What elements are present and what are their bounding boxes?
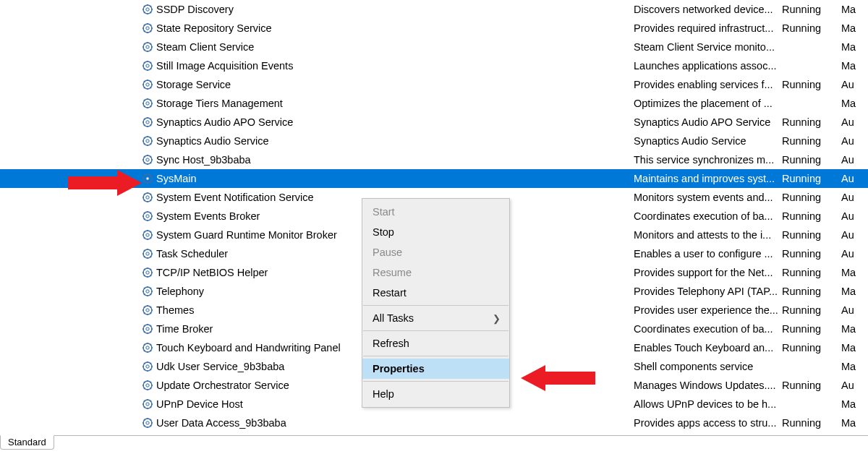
- service-description: Monitors and attests to the i...: [634, 229, 782, 241]
- service-description: Coordinates execution of ba...: [634, 210, 782, 222]
- ctx-pause[interactable]: Pause: [362, 242, 509, 262]
- tab-strip: Standard: [0, 435, 868, 453]
- service-startup-type: Au: [841, 210, 868, 222]
- service-description: Provides apps access to stru...: [634, 417, 782, 429]
- service-startup-type: Ma: [841, 41, 868, 53]
- tab-standard[interactable]: Standard: [0, 435, 54, 450]
- gear-icon: [142, 342, 153, 354]
- service-startup-type: Au: [841, 304, 868, 316]
- service-row[interactable]: Still Image Acquisition EventsLaunches a…: [0, 56, 868, 75]
- gear-icon: [142, 304, 153, 316]
- ctx-refresh[interactable]: Refresh: [362, 333, 509, 354]
- gear-icon: [142, 192, 153, 203]
- ctx-help[interactable]: Help: [362, 384, 509, 404]
- service-startup-type: Ma: [841, 398, 868, 410]
- service-row[interactable]: Synaptics Audio ServiceSynaptics Audio S…: [0, 132, 868, 150]
- service-status: Running: [782, 248, 841, 260]
- ctx-properties-label: Properties: [373, 363, 425, 374]
- service-description: This service synchronizes m...: [634, 154, 782, 166]
- service-row[interactable]: SSDP DiscoveryDiscovers networked device…: [0, 0, 868, 19]
- service-description: Manages Windows Updates....: [634, 380, 782, 391]
- annotation-arrow: [545, 372, 595, 385]
- service-description: Monitors system events and...: [634, 192, 782, 203]
- gear-icon: [142, 41, 153, 53]
- gear-icon: [142, 361, 153, 372]
- service-status: Running: [782, 22, 841, 34]
- context-menu: Start Stop Pause Resume Restart All Task…: [362, 198, 510, 408]
- service-row[interactable]: Sync Host_9b3babaThis service synchroniz…: [0, 150, 868, 169]
- service-description: Steam Client Service monito...: [634, 41, 782, 53]
- service-name: State Repository Service: [156, 22, 634, 34]
- service-startup-type: Ma: [841, 267, 868, 278]
- service-description: Synaptics Audio APO Service: [634, 116, 782, 128]
- gear-icon: [142, 4, 153, 15]
- service-status: Running: [782, 229, 841, 241]
- service-row[interactable]: State Repository ServiceProvides require…: [0, 19, 868, 38]
- service-startup-type: Au: [841, 154, 868, 166]
- gear-icon: [142, 60, 153, 72]
- service-startup-type: Ma: [841, 323, 868, 335]
- service-description: Enables Touch Keyboard an...: [634, 342, 782, 354]
- service-startup-type: Ma: [841, 60, 868, 72]
- service-description: Provides support for the Net...: [634, 267, 782, 278]
- annotation-arrow-head: [117, 170, 142, 196]
- service-startup-type: Au: [841, 135, 868, 147]
- service-startup-type: Au: [841, 192, 868, 203]
- service-startup-type: Ma: [841, 4, 868, 15]
- service-description: Provides Telephony API (TAP...: [634, 286, 782, 297]
- service-name: Steam Client Service: [156, 41, 634, 53]
- gear-icon: [142, 248, 153, 260]
- service-description: Discovers networked device...: [634, 4, 782, 15]
- ctx-all-tasks-label: All Tasks: [373, 312, 414, 324]
- gear-icon: [142, 398, 153, 410]
- service-description: Synaptics Audio Service: [634, 135, 782, 147]
- service-name: User Data Access_9b3baba: [156, 417, 634, 429]
- service-name: Still Image Acquisition Events: [156, 60, 634, 72]
- gear-icon: [142, 154, 153, 166]
- service-description: Provides required infrastruct...: [634, 22, 782, 34]
- service-status: Running: [782, 79, 841, 90]
- service-startup-type: Au: [841, 229, 868, 241]
- ctx-start[interactable]: Start: [362, 202, 509, 222]
- service-name: Sync Host_9b3baba: [156, 154, 634, 166]
- service-description: Coordinates execution of ba...: [634, 323, 782, 335]
- service-startup-type: Ma: [841, 22, 868, 34]
- service-description: Allows UPnP devices to be h...: [634, 398, 782, 410]
- ctx-all-tasks[interactable]: All Tasks ❯: [362, 308, 509, 328]
- ctx-resume[interactable]: Resume: [362, 262, 509, 283]
- chevron-right-icon: ❯: [493, 313, 501, 324]
- service-status: Running: [782, 173, 841, 184]
- service-status: Running: [782, 135, 841, 147]
- service-status: Running: [782, 210, 841, 222]
- gear-icon: [142, 380, 153, 391]
- service-startup-type: Au: [841, 248, 868, 260]
- service-row[interactable]: Steam Client ServiceSteam Client Service…: [0, 38, 868, 56]
- service-description: Shell components service: [634, 361, 782, 372]
- gear-icon: [142, 267, 153, 278]
- gear-icon: [142, 79, 153, 90]
- gear-icon: [142, 98, 153, 109]
- service-description: Launches applications assoc...: [634, 60, 782, 72]
- ctx-properties[interactable]: Properties: [362, 359, 509, 379]
- service-row[interactable]: Storage ServiceProvides enabling service…: [0, 75, 868, 94]
- gear-icon: [142, 323, 153, 335]
- gear-icon: [142, 286, 153, 297]
- service-description: Provides user experience the...: [634, 304, 782, 316]
- service-row[interactable]: Synaptics Audio APO ServiceSynaptics Aud…: [0, 113, 868, 132]
- service-description: Optimizes the placement of ...: [634, 98, 782, 109]
- service-status: Running: [782, 192, 841, 203]
- service-name: Storage Tiers Management: [156, 98, 634, 109]
- service-row[interactable]: User Data Access_9b3babaProvides apps ac…: [0, 414, 868, 432]
- service-startup-type: Ma: [841, 342, 868, 354]
- gear-icon: [142, 116, 153, 128]
- service-name: SysMain: [156, 173, 634, 184]
- ctx-stop[interactable]: Stop: [362, 222, 509, 242]
- ctx-separator: [363, 356, 509, 356]
- service-status: Running: [782, 116, 841, 128]
- service-status: Running: [782, 154, 841, 166]
- gear-icon: [142, 22, 153, 34]
- ctx-restart[interactable]: Restart: [362, 283, 509, 303]
- service-row[interactable]: Storage Tiers ManagementOptimizes the pl…: [0, 94, 868, 113]
- service-status: Running: [782, 342, 841, 354]
- service-startup-type: Ma: [841, 98, 868, 109]
